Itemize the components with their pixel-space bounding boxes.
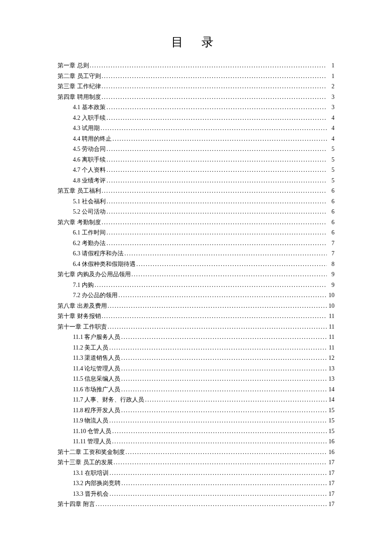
toc-entry[interactable]: 11.11 管理人员16: [58, 436, 334, 447]
toc-entry-page: 15: [328, 426, 334, 437]
toc-entry[interactable]: 4.1 基本政策3: [58, 102, 334, 113]
toc-entry[interactable]: 5.2 公司活动6: [58, 207, 334, 217]
toc-entry[interactable]: 第十四章 附言17: [58, 499, 334, 510]
toc-entry[interactable]: 第四章 聘用制度3: [58, 92, 334, 103]
toc-entry[interactable]: 第十三章 员工的发展17: [58, 457, 334, 468]
toc-entry-page: 6: [328, 197, 334, 207]
toc-entry-label: 7.1 内购: [73, 280, 94, 291]
toc-dots: [121, 374, 327, 384]
toc-entry[interactable]: 第三章 工作纪律2: [58, 81, 334, 92]
toc-entry[interactable]: 第十一章 工作职责11: [58, 322, 334, 332]
toc-entry-page: 14: [328, 395, 334, 405]
toc-dots: [107, 144, 327, 155]
toc-entry-label: 第十三章 员工的发展: [58, 457, 113, 468]
toc-entry-page: 8: [328, 259, 334, 270]
toc-entry[interactable]: 第十二章 工资和奖金制度16: [58, 447, 334, 458]
toc-entry[interactable]: 11.6 市场推广人员14: [58, 384, 334, 395]
toc-entry[interactable]: 7.1 内购9: [58, 280, 334, 291]
toc-entry[interactable]: 13.1 在职培训17: [58, 468, 334, 479]
toc-entry[interactable]: 第六章 考勤制度6: [58, 217, 334, 228]
toc-entry[interactable]: 4.4 聘用的终止4: [58, 134, 334, 145]
toc-entry-page: 11: [328, 322, 334, 332]
toc-entry-page: 14: [328, 384, 334, 395]
toc-dots: [108, 301, 327, 312]
toc-dots: [107, 228, 327, 238]
toc-dots: [101, 123, 327, 134]
toc-entry-page: 16: [328, 436, 334, 447]
toc-entry[interactable]: 6.2 考勤办法7: [58, 238, 334, 249]
toc-entry[interactable]: 11.9 物流人员15: [58, 416, 334, 426]
toc-entry-page: 13: [328, 364, 334, 374]
toc-entry-label: 第十一章 工作职责: [58, 322, 107, 332]
toc-entry-label: 第五章 员工福利: [58, 186, 101, 197]
toc-entry-page: 3: [328, 102, 334, 113]
toc-entry-page: 15: [328, 405, 334, 416]
toc-entry-label: 5.2 公司活动: [73, 207, 106, 217]
toc-entry-label: 11.8 程序开发人员: [73, 405, 120, 416]
toc-entry[interactable]: 11.1 客户服务人员11: [58, 332, 334, 343]
toc-entry[interactable]: 4.2 入职手续4: [58, 113, 334, 124]
toc-entry-label: 4.2 入职手续: [73, 113, 106, 124]
toc-entry[interactable]: 11.7 人事、财务、行政人员14: [58, 395, 334, 405]
toc-dots: [121, 405, 327, 416]
toc-entry-label: 4.6 离职手续: [73, 155, 106, 165]
toc-entry-page: 15: [328, 416, 334, 426]
toc-entry-page: 12: [328, 353, 334, 364]
toc-entry-page: 4: [328, 134, 334, 145]
toc-entry-label: 第六章 考勤制度: [58, 217, 101, 228]
toc-entry-label: 第二章 员工守则: [58, 71, 101, 82]
toc-entry[interactable]: 11.10 仓管人员15: [58, 426, 334, 437]
toc-entry-label: 11.9 物流人员: [73, 416, 108, 426]
toc-dots: [108, 322, 327, 332]
toc-entry[interactable]: 4.3 试用期4: [58, 123, 334, 134]
toc-title: 目 录: [58, 34, 334, 50]
toc-entry[interactable]: 6.3 请假程序和办法7: [58, 249, 334, 259]
toc-entry[interactable]: 13.2 内部换岗竞聘17: [58, 478, 334, 489]
toc-entry-label: 6.2 考勤办法: [73, 238, 106, 249]
toc-entry-page: 1: [328, 61, 334, 71]
toc-dots: [118, 290, 327, 301]
toc-entry[interactable]: 6.4 休假种类和假期待遇8: [58, 259, 334, 270]
toc-dots: [114, 457, 327, 468]
toc-entry[interactable]: 11.3 渠道销售人员12: [58, 353, 334, 364]
toc-entry[interactable]: 11.8 程序开发人员15: [58, 405, 334, 416]
toc-dots: [109, 343, 327, 353]
toc-entry[interactable]: 4.6 离职手续5: [58, 155, 334, 165]
toc-entry[interactable]: 第七章 内购及办公用品领用9: [58, 269, 334, 280]
toc-dots: [90, 61, 327, 71]
toc-dots: [121, 353, 327, 364]
toc-entry[interactable]: 第一章 总则1: [58, 61, 334, 71]
toc-entry-page: 5: [328, 144, 334, 155]
toc-dots: [110, 489, 327, 500]
toc-entry-page: 9: [328, 280, 334, 291]
toc-dots: [102, 186, 327, 197]
toc-entry[interactable]: 第八章 出差及费用10: [58, 301, 334, 312]
toc-entry[interactable]: 7.2 办公品的领用10: [58, 290, 334, 301]
toc-entry-label: 13.1 在职培训: [73, 468, 109, 479]
toc-entry[interactable]: 13.3 晋升机会17: [58, 489, 334, 500]
toc-dots: [107, 238, 327, 249]
toc-entry-page: 10: [328, 290, 334, 301]
toc-entry[interactable]: 11.4 论坛管理人员13: [58, 364, 334, 374]
toc-entry[interactable]: 11.5 信息采编人员13: [58, 374, 334, 384]
toc-entry[interactable]: 11.2 美工人员11: [58, 343, 334, 353]
toc-entry-label: 11.4 论坛管理人员: [73, 364, 120, 374]
toc-entry-page: 2: [328, 81, 334, 92]
toc-entry-page: 11: [328, 343, 334, 353]
toc-entry-page: 4: [328, 123, 334, 134]
toc-dots: [102, 311, 327, 322]
toc-dots: [102, 71, 327, 82]
toc-dots: [102, 81, 327, 92]
toc-entry-page: 17: [328, 468, 334, 479]
toc-entry[interactable]: 4.5 劳动合同5: [58, 144, 334, 155]
toc-entry[interactable]: 第二章 员工守则1: [58, 71, 334, 82]
toc-entry[interactable]: 4.7 个人资料5: [58, 165, 334, 176]
toc-entry-label: 6.3 请假程序和办法: [73, 249, 124, 259]
toc-entry[interactable]: 6.1 工作时间6: [58, 228, 334, 238]
toc-entry[interactable]: 第五章 员工福利6: [58, 186, 334, 197]
toc-entry[interactable]: 第十章 财务报销11: [58, 311, 334, 322]
toc-entry[interactable]: 5.1 社会福利6: [58, 197, 334, 207]
toc-entry[interactable]: 4.8 业绩考评5: [58, 176, 334, 186]
toc-dots: [95, 280, 327, 291]
toc-entry-page: 6: [328, 207, 334, 217]
